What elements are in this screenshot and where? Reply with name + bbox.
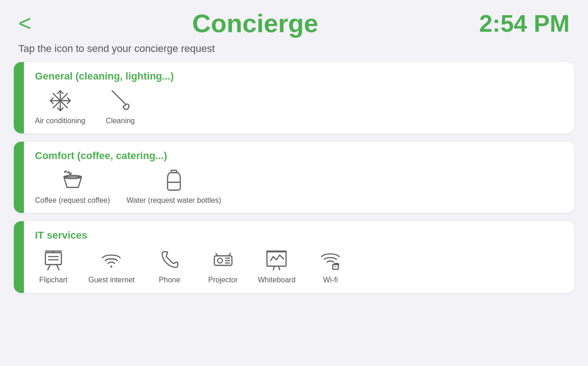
broom-icon <box>108 89 132 113</box>
header: < Concierge 2:54 PM <box>0 0 588 43</box>
it-section-title: IT services <box>35 229 563 241</box>
page-title: Concierge <box>192 8 318 38</box>
coffee-item[interactable]: Coffee (request coffee) <box>35 168 110 205</box>
section-content-it: IT services Flipchart <box>24 221 574 292</box>
it-items: Flipchart Guest internet Phone <box>35 248 563 284</box>
section-bar-general <box>14 62 24 133</box>
svg-line-20 <box>48 265 50 270</box>
flipchart-item[interactable]: Flipchart <box>35 248 72 284</box>
air-conditioning-label: Air conditioning <box>35 116 85 125</box>
wifi-icon <box>99 248 123 272</box>
section-content-comfort: Comfort (coffee, catering...) Coffee (re… <box>24 142 574 213</box>
comfort-section: Comfort (coffee, catering...) Coffee (re… <box>14 142 574 213</box>
water-label: Water (request water bottles) <box>127 196 221 205</box>
wifi-lock-icon <box>318 248 342 272</box>
whiteboard-icon <box>265 248 288 272</box>
svg-line-13 <box>112 91 114 92</box>
svg-line-21 <box>57 265 59 270</box>
guest-internet-item[interactable]: Guest internet <box>88 248 135 284</box>
back-button[interactable]: < <box>18 12 31 34</box>
wifi-label: Wi-fi <box>323 275 338 284</box>
clock: 2:54 PM <box>479 10 570 37</box>
svg-line-12 <box>114 93 126 105</box>
section-bar-it <box>14 221 24 292</box>
svg-rect-17 <box>46 253 62 265</box>
phone-label: Phone <box>159 275 180 284</box>
cleaning-label: Cleaning <box>106 116 135 125</box>
whiteboard-label: Whiteboard <box>258 275 296 284</box>
svg-point-26 <box>217 258 222 263</box>
coffee-icon <box>61 168 85 192</box>
general-section-title: General (cleaning, lighting...) <box>35 70 563 82</box>
general-items: Air conditioning Cleaning <box>35 89 563 125</box>
snowflake-icon <box>48 89 72 113</box>
projector-item[interactable]: Projector <box>205 248 242 284</box>
comfort-section-title: Comfort (coffee, catering...) <box>35 150 563 162</box>
water-bottle-icon <box>162 168 186 192</box>
wifi-item[interactable]: Wi-fi <box>312 248 349 284</box>
air-conditioning-item[interactable]: Air conditioning <box>35 89 85 125</box>
svg-point-38 <box>335 266 336 268</box>
svg-point-24 <box>110 266 112 268</box>
phone-item[interactable]: Phone <box>151 248 188 284</box>
guest-internet-label: Guest internet <box>88 275 135 284</box>
cleaning-item[interactable]: Cleaning <box>102 89 138 125</box>
water-item[interactable]: Water (request water bottles) <box>127 168 221 205</box>
phone-icon <box>158 248 182 272</box>
flipchart-label: Flipchart <box>39 275 67 284</box>
section-bar-comfort <box>14 142 24 213</box>
projector-icon <box>211 248 235 272</box>
projector-label: Projector <box>208 275 237 284</box>
whiteboard-item[interactable]: Whiteboard <box>258 248 296 284</box>
flipchart-icon <box>41 248 65 272</box>
it-services-section: IT services Flipchart <box>14 221 574 292</box>
coffee-label: Coffee (request coffee) <box>35 196 110 205</box>
general-section: General (cleaning, lighting...) <box>14 62 574 133</box>
comfort-items: Coffee (request coffee) Water (request w… <box>35 168 563 205</box>
subtitle: Tap the icon to send your concierge requ… <box>0 43 588 62</box>
section-content-general: General (cleaning, lighting...) <box>24 62 574 133</box>
